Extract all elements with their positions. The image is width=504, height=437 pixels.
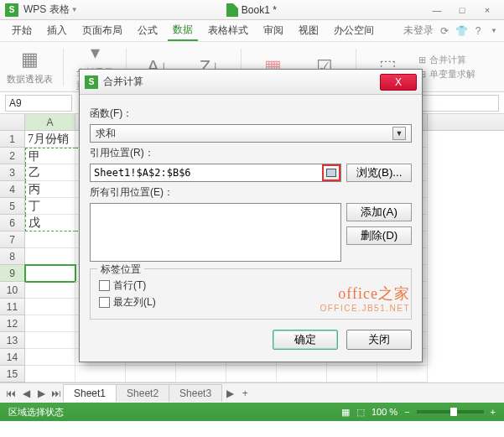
cell[interactable] [25,232,75,248]
row-header[interactable]: 1 [0,131,25,148]
login-status[interactable]: 未登录 [403,23,434,38]
dialog-close-button[interactable]: X [380,74,417,91]
cell[interactable] [176,366,226,382]
row-header[interactable]: 11 [0,299,25,315]
zoom-out-icon[interactable]: − [404,407,409,417]
cell[interactable]: 7月份销 [25,131,75,148]
cell[interactable]: 丙 [25,181,75,198]
menu-formula[interactable]: 公式 [132,21,163,40]
cell[interactable]: 丁 [25,198,75,215]
cell[interactable] [377,366,428,382]
watermark: office之家 OFFICE.JB51.NET [320,284,410,313]
ribbon-consolidate[interactable]: ⊞ 合并计算 [418,54,475,66]
ribbon-solver[interactable]: ⊟ 单变量求解 [418,68,475,81]
row-header[interactable]: 8 [0,248,25,265]
name-box[interactable]: A9 [5,95,72,112]
row-header[interactable]: 7 [0,232,25,248]
row-header[interactable]: 4 [0,181,25,198]
menu-insert[interactable]: 插入 [42,21,72,40]
sheet-add-icon[interactable]: + [237,386,252,401]
zoom-value[interactable]: 100 % [372,407,397,417]
first-row-checkbox[interactable] [99,280,110,291]
row-header[interactable]: 14 [0,349,25,366]
menu-page-layout[interactable]: 页面布局 [77,21,127,40]
sheet-nav-last[interactable]: ⏭ [49,386,64,401]
cell[interactable] [25,282,75,299]
view-page-icon[interactable]: ⬚ [356,407,365,418]
menu-view[interactable]: 视图 [294,21,324,40]
reference-label: 引用位置(R)： [90,146,412,160]
sheet-tab-3[interactable]: Sheet3 [169,384,222,402]
range-picker-button[interactable] [322,164,340,181]
menu-table-style[interactable]: 表格样式 [203,21,253,40]
status-mode: 区域选择状态 [8,406,64,419]
help-icon[interactable]: ? [472,25,484,37]
range-picker-icon [326,169,336,177]
zoom-in-icon[interactable]: + [491,407,496,417]
sheet-nav-first[interactable]: ⏮ [3,386,18,401]
row-header[interactable]: 2 [0,148,25,164]
sheet-tab-bar: ⏮ ◀ ▶ ⏭ Sheet1 Sheet2 Sheet3 ▶ + [0,382,504,403]
document-title: Book1 * [242,4,277,16]
cell[interactable] [25,349,75,366]
function-label: 函数(F)： [90,107,412,121]
cell[interactable] [226,366,277,382]
label-position-legend: 标签位置 [97,263,144,277]
row-header[interactable]: 5 [0,198,25,215]
select-all-corner[interactable] [0,114,25,130]
window-close-button[interactable]: × [475,3,499,17]
document-icon [226,3,238,17]
shirt-icon[interactable]: 👕 [455,25,467,37]
pivot-table-icon: ▦ [17,48,44,71]
function-select[interactable]: 求和 ▼ [90,124,412,143]
ribbon-pivot-table[interactable]: ▦ 数据透视表 [7,48,53,86]
cell[interactable]: 甲 [25,148,75,164]
sheet-scroll-right-icon[interactable]: ▶ [222,386,237,401]
sheet-tab-2[interactable]: Sheet2 [116,384,169,402]
col-header-a[interactable]: A [25,114,75,130]
zoom-slider[interactable] [417,410,484,414]
row-header[interactable]: 10 [0,282,25,299]
view-normal-icon[interactable]: ▦ [341,407,350,418]
cell[interactable] [126,366,176,382]
cell[interactable]: 乙 [25,164,75,181]
browse-button[interactable]: 浏览(B)... [346,164,412,182]
cell[interactable] [25,332,75,349]
sync-icon[interactable]: ⟳ [439,25,450,37]
sheet-nav-prev[interactable]: ◀ [18,386,34,401]
window-minimize-button[interactable]: — [425,3,449,17]
cell[interactable] [25,315,75,332]
reference-input[interactable] [90,164,341,182]
help-dropdown-icon[interactable]: ▼ [491,27,497,34]
row-header[interactable]: 12 [0,315,25,332]
row-header[interactable]: 13 [0,332,25,349]
menu-start[interactable]: 开始 [7,21,37,40]
menu-office-space[interactable]: 办公空间 [329,21,379,40]
close-button[interactable]: 关闭 [346,330,412,350]
delete-button[interactable]: 删除(D) [346,226,412,245]
cell[interactable] [327,366,377,382]
sheet-nav-next[interactable]: ▶ [34,386,49,401]
cell[interactable] [25,248,75,265]
ok-button[interactable]: 确定 [273,330,338,350]
left-col-checkbox[interactable] [99,297,110,308]
cell[interactable]: 戊 [25,215,75,232]
cell[interactable] [277,366,327,382]
row-header[interactable]: 6 [0,215,25,232]
menu-data[interactable]: 数据 [168,20,198,41]
cell[interactable] [25,265,75,282]
cell[interactable] [25,299,75,315]
add-button[interactable]: 添加(A) [346,203,412,221]
window-maximize-button[interactable]: □ [450,3,474,17]
row-header[interactable]: 15 [0,366,25,382]
row-header[interactable]: 9 [0,265,25,282]
app-menu-dropdown-icon[interactable]: ▼ [71,6,78,13]
cell[interactable] [25,366,75,382]
menu-review[interactable]: 审阅 [258,21,288,40]
sheet-tab-1[interactable]: Sheet1 [63,384,117,402]
all-references-listbox[interactable] [90,203,341,262]
menu-bar: 开始 插入 页面布局 公式 数据 表格样式 审阅 视图 办公空间 未登录 ⟳ 👕… [0,20,504,42]
dialog-titlebar[interactable]: S 合并计算 X [80,70,422,95]
cell[interactable] [75,366,126,382]
row-header[interactable]: 3 [0,164,25,181]
